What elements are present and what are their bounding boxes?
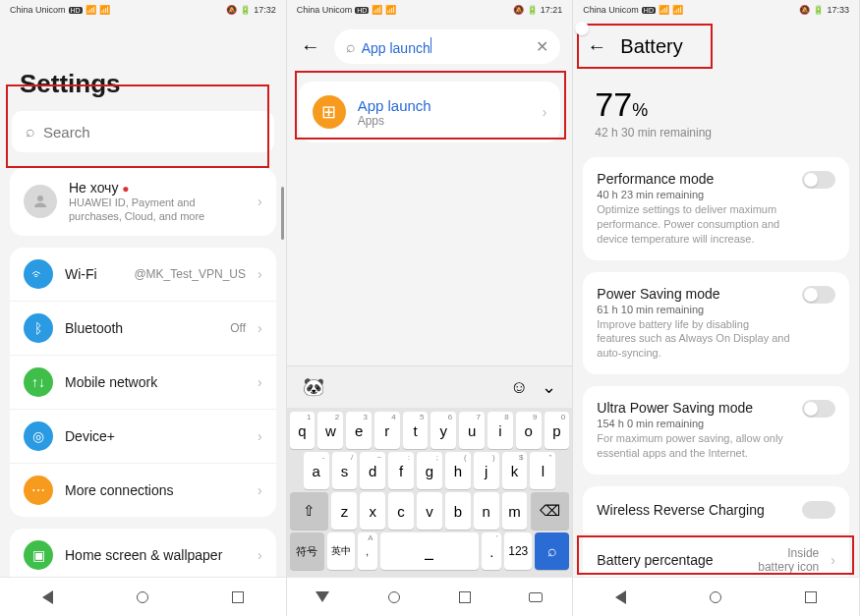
shift-key[interactable]: ⇧ (290, 492, 329, 530)
key-n[interactable]: n (474, 492, 499, 530)
ultra-saving-toggle[interactable] (802, 400, 835, 418)
space-key[interactable]: ⎯ (380, 532, 480, 570)
key-h[interactable]: (h (445, 452, 471, 489)
emoji-icon[interactable]: ☺ (510, 377, 528, 398)
power-saving-row[interactable]: Power Saving mode 61 h 10 min remaining … (583, 272, 849, 375)
key-r[interactable]: 4r (374, 412, 400, 449)
key-b[interactable]: b (445, 492, 471, 530)
chevron-right-icon: › (258, 547, 262, 563)
nav-back-icon[interactable] (615, 590, 626, 604)
period-key[interactable]: '. (482, 532, 501, 570)
wifi-icon: 📶 (99, 5, 110, 15)
hd-badge: HD (69, 7, 83, 14)
key-v[interactable]: v (417, 492, 442, 530)
nav-home-icon[interactable] (137, 591, 148, 603)
nav-home-icon[interactable] (388, 591, 400, 603)
bluetooth-icon: ᛒ (24, 313, 53, 343)
key-c[interactable]: c (388, 492, 414, 530)
more-connections-row[interactable]: ⋯ More connections › (10, 463, 276, 517)
battery-percent: 77 (595, 85, 632, 123)
mobile-icon: ↑↓ (24, 367, 53, 397)
key-y[interactable]: 6y (430, 412, 456, 449)
search-icon: ⌕ (26, 123, 35, 140)
account-name: Не хочу (69, 180, 118, 196)
key-p[interactable]: 0p (545, 412, 570, 449)
ultra-saving-row[interactable]: Ultra Power Saving mode 154 h 0 min rema… (583, 386, 849, 475)
key-z[interactable]: z (331, 492, 357, 530)
nav-home-icon[interactable] (710, 591, 721, 603)
key-i[interactable]: 8i (487, 412, 513, 449)
power-saving-toggle[interactable] (802, 286, 835, 304)
key-o[interactable]: 9o (516, 412, 542, 449)
clear-icon[interactable]: ✕ (536, 37, 548, 56)
key-l[interactable]: "l (530, 452, 555, 489)
signal-icon: 📶 (659, 5, 669, 15)
wireless-toggle[interactable] (802, 501, 835, 519)
key-s[interactable]: /s (332, 452, 358, 489)
key-t[interactable]: 5t (403, 412, 429, 449)
key-k[interactable]: $k (502, 452, 528, 489)
signal-icon: 📶 (86, 5, 96, 15)
keyboard: 1q2w3e4r5t6y7u8i9o0p -a/s~d:f;g(h)j$k"l … (287, 408, 573, 577)
bluetooth-row[interactable]: ᛒ Bluetooth Off › (10, 301, 276, 355)
search-field[interactable]: ⌕ App launch ✕ (334, 29, 561, 64)
key-m[interactable]: m (502, 492, 528, 530)
performance-toggle[interactable] (802, 171, 835, 189)
search-input[interactable] (43, 124, 260, 140)
key-q[interactable]: 1q (290, 412, 315, 449)
key-d[interactable]: ~d (360, 452, 385, 489)
nav-keyboard-icon[interactable] (529, 592, 543, 602)
scrollbar[interactable] (281, 187, 284, 240)
key-g[interactable]: ;g (417, 452, 442, 489)
key-j[interactable]: )j (474, 452, 499, 489)
wireless-reverse-row[interactable]: Wireless Reverse Charging (583, 486, 849, 533)
device-plus-row[interactable]: ◎ Device+ › (10, 409, 276, 463)
key-u[interactable]: 7u (459, 412, 485, 449)
key-w[interactable]: 2w (317, 412, 343, 449)
battery-icon: 🔋 (240, 5, 251, 15)
svg-point-0 (37, 196, 43, 201)
stickers-icon[interactable]: 🐼 (303, 376, 324, 398)
battery-percentage-row[interactable]: Battery percentage Inside battery icon › (583, 533, 849, 577)
wifi-row[interactable]: ᯤ Wi-Fi @MK_Test_VPN_US › (10, 248, 276, 301)
key-x[interactable]: x (360, 492, 385, 530)
chevron-right-icon: › (831, 552, 835, 568)
search-query: App launch (362, 40, 430, 56)
collapse-keyboard-icon[interactable]: ⌄ (542, 376, 556, 398)
avatar-icon (24, 185, 57, 218)
chevron-right-icon: › (543, 104, 547, 120)
nav-recents-icon[interactable] (232, 591, 244, 603)
mute-icon: 🔕 (513, 5, 524, 15)
nav-bar (287, 577, 573, 616)
lang-key[interactable]: 英中 (327, 532, 355, 570)
nav-back-triangle-icon[interactable] (315, 591, 329, 602)
chevron-right-icon: › (258, 194, 262, 209)
nav-recents-icon[interactable] (805, 591, 817, 603)
key-e[interactable]: 3e (346, 412, 372, 449)
key-f[interactable]: :f (388, 452, 414, 489)
status-bar: China Unicom HD 📶 📶 🔕 🔋 17:33 (573, 0, 859, 20)
back-arrow-icon[interactable]: ← (587, 35, 606, 58)
signal-icon: 📶 (372, 5, 382, 15)
chevron-right-icon: › (258, 374, 262, 390)
wifi-icon: ᯤ (24, 259, 53, 289)
mobile-network-row[interactable]: ↑↓ Mobile network › (10, 355, 276, 409)
settings-search[interactable]: ⌕ (12, 111, 274, 152)
search-result-app-launch[interactable]: ⊞ App launch Apps › (299, 82, 561, 142)
num-key[interactable]: 123 (504, 532, 532, 570)
home-wallpaper-row[interactable]: ▣ Home screen & wallpaper › (10, 529, 276, 577)
search-key[interactable]: ⌕ (535, 532, 569, 570)
comma-key[interactable]: A, (358, 532, 377, 570)
symbols-key[interactable]: 符号 (290, 532, 324, 570)
search-icon: ⌕ (346, 38, 356, 56)
account-row[interactable]: Не хочу ● HUAWEI ID, Payment and purchas… (10, 168, 276, 236)
key-a[interactable]: -a (304, 452, 329, 489)
more-connections-icon: ⋯ (24, 476, 53, 505)
back-arrow-icon[interactable]: ← (295, 35, 326, 58)
performance-mode-row[interactable]: Performance mode 40 h 23 min remaining O… (583, 157, 849, 260)
apps-icon: ⊞ (313, 95, 346, 129)
home-icon: ▣ (24, 540, 53, 570)
backspace-key[interactable]: ⌫ (531, 492, 570, 530)
nav-recents-icon[interactable] (459, 591, 471, 603)
nav-back-icon[interactable] (42, 590, 53, 604)
